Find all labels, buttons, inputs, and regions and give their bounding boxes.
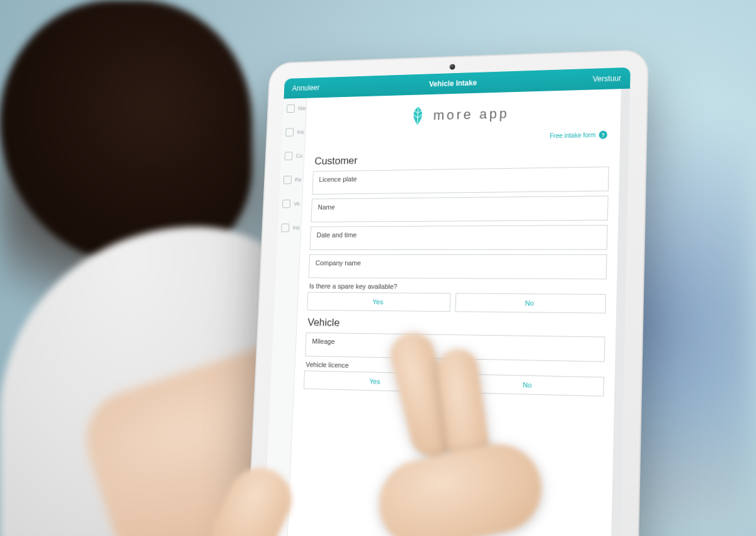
- spare-key-no-button[interactable]: No: [455, 293, 606, 313]
- name-field[interactable]: Name: [311, 196, 608, 222]
- date-time-field[interactable]: Date and time: [309, 225, 607, 250]
- sidebar-item-label: Ins: [297, 129, 304, 135]
- section-title-customer: Customer: [314, 150, 608, 168]
- sidebar-icon: [282, 200, 290, 208]
- sidebar-item-label: Ins: [292, 225, 299, 231]
- sidebar-item-label: Co: [296, 153, 303, 159]
- spare-key-question: Is there a spare key available?: [309, 282, 607, 292]
- camera-icon: [450, 64, 455, 70]
- licence-plate-field[interactable]: Licence plate: [312, 166, 609, 195]
- sidebar-item[interactable]: Ins: [278, 224, 300, 232]
- sidebar-icon: [287, 105, 295, 113]
- field-label: Mileage: [312, 338, 598, 350]
- brand-name: more app: [433, 106, 509, 123]
- field-label: Company name: [315, 259, 600, 268]
- company-name-field[interactable]: Company name: [309, 254, 607, 280]
- vehicle-licence-yes-button[interactable]: Yes: [304, 370, 448, 392]
- sidebar-item[interactable]: Co: [281, 152, 303, 161]
- sidebar-item[interactable]: Ve: [278, 200, 300, 208]
- sidebar-item[interactable]: Re: [280, 176, 302, 185]
- mileage-field[interactable]: Mileage: [305, 333, 605, 362]
- sidebar-icon: [284, 152, 292, 160]
- spare-key-yes-button[interactable]: Yes: [307, 292, 450, 312]
- form-body: Customer Licence plate Name Date and tim…: [287, 142, 620, 536]
- field-label: Licence plate: [319, 172, 602, 183]
- leaf-icon: [409, 105, 427, 126]
- section-title-vehicle: Vehicle: [307, 316, 604, 333]
- sidebar-item[interactable]: Ins: [282, 128, 304, 137]
- send-button[interactable]: Verstuur: [593, 74, 621, 83]
- cancel-button[interactable]: Annuleer: [292, 84, 319, 93]
- field-label: Name: [318, 201, 601, 211]
- tablet-device: Annuleer Vehicle Intake Verstuur Nie Ins…: [246, 49, 649, 536]
- help-icon: ?: [598, 130, 607, 139]
- page-title: Vehicle Intake: [429, 79, 477, 89]
- sidebar-icon: [284, 176, 292, 184]
- vehicle-licence-no-button[interactable]: No: [452, 373, 605, 396]
- sidebar-item[interactable]: Nie: [283, 104, 306, 113]
- sidebar-item-label: Re: [295, 177, 302, 183]
- help-link[interactable]: Free intake form?: [549, 130, 607, 140]
- sidebar-icon: [285, 128, 294, 136]
- sidebar-item-label: Nie: [298, 105, 306, 111]
- sidebar-icon: [281, 224, 289, 232]
- sidebar-item-label: Ve: [294, 201, 300, 207]
- field-label: Date and time: [316, 230, 600, 239]
